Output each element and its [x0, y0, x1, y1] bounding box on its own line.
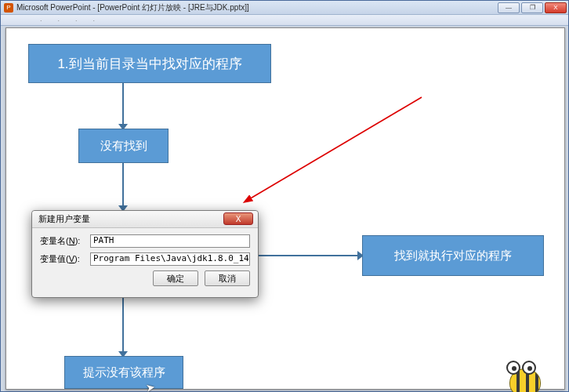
connector — [122, 83, 124, 129]
var-value-label: 变量值(V): — [40, 253, 90, 265]
powerpoint-icon: P — [4, 3, 13, 13]
flow-step-1: 1.到当前目录当中找对应的程序 — [28, 44, 271, 83]
dialog-close-button[interactable]: X — [223, 212, 253, 225]
slide-canvas: 1.到当前目录当中找对应的程序 没有找到 找到就执行对应的程序 提示没有该程序 … — [5, 27, 565, 390]
menu-item[interactable]: · — [93, 16, 96, 24]
flow-found-exec: 找到就执行对应的程序 — [362, 235, 544, 276]
menu-bar: · · · · — [1, 15, 568, 26]
maximize-button[interactable]: ❐ — [521, 2, 543, 13]
dialog-titlebar: 新建用户变量 X — [32, 211, 258, 228]
menu-item[interactable]: · — [58, 16, 60, 24]
var-value-input[interactable]: Program Files\Java\jdk1.8.0_144\bin — [90, 252, 250, 266]
minimize-button[interactable]: — — [498, 2, 520, 13]
connector — [122, 298, 124, 356]
var-value-row: 变量值(V): Program Files\Java\jdk1.8.0_144\… — [40, 252, 250, 266]
ok-button[interactable]: 确定 — [153, 270, 198, 286]
app-window: P Microsoft PowerPoint - [PowerPoint 幻灯片… — [0, 0, 569, 392]
svg-line-0 — [249, 97, 422, 199]
menu-item[interactable]: · — [40, 16, 42, 24]
dialog-body: 变量名(N): PATH 变量值(V): Program Files\Java\… — [32, 228, 258, 292]
connector — [259, 255, 362, 256]
var-name-input[interactable]: PATH — [90, 234, 250, 248]
var-name-label: 变量名(N): — [40, 235, 90, 247]
connector — [122, 163, 124, 210]
titlebar: P Microsoft PowerPoint - [PowerPoint 幻灯片… — [1, 1, 568, 15]
window-buttons: — ❐ X — [498, 2, 568, 13]
env-var-dialog: 新建用户变量 X 变量名(N): PATH 变量值(V): Program Fi… — [31, 210, 259, 298]
flow-not-found: 没有找到 — [78, 129, 169, 163]
var-name-row: 变量名(N): PATH — [40, 234, 250, 248]
window-title: Microsoft PowerPoint - [PowerPoint 幻灯片放映… — [16, 2, 498, 13]
dialog-buttons: 确定 取消 — [40, 270, 250, 286]
menu-item[interactable]: · — [75, 16, 78, 24]
flow-no-program: 提示没有该程序 — [64, 356, 183, 389]
cancel-button[interactable]: 取消 — [205, 270, 250, 286]
mascot-bee-icon — [502, 354, 547, 392]
dialog-title: 新建用户变量 — [38, 213, 90, 225]
close-button[interactable]: X — [545, 2, 567, 13]
